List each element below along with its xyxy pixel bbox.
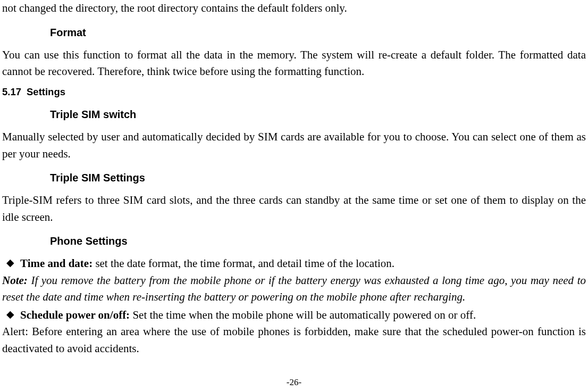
- heading-triple-sim-settings: Triple SIM Settings: [50, 170, 586, 186]
- diamond-bullet-icon: ◆: [2, 255, 20, 272]
- page-number: -26-: [0, 376, 588, 389]
- heading-format: Format: [50, 24, 586, 40]
- bullet-schedule-power: ◆ Schedule power on/off: Set the time wh…: [2, 307, 586, 324]
- note-text: If you remove the battery from the mobil…: [2, 274, 586, 304]
- bullet-text-time-date: set the date format, the time format, an…: [93, 257, 394, 270]
- note-label: Note:: [2, 274, 28, 287]
- intro-fragment: not changed the directory, the root dire…: [2, 0, 586, 17]
- triple-switch-paragraph: Manually selected by user and automatica…: [2, 129, 586, 162]
- heading-triple-sim-switch: Triple SIM switch: [50, 106, 586, 122]
- section-title: Settings: [27, 86, 65, 97]
- bullet-label-schedule-power: Schedule power on/off:: [20, 309, 130, 321]
- triple-settings-paragraph: Triple-SIM refers to three SIM card slot…: [2, 192, 586, 226]
- bullet-text-schedule-power: Set the time when the mobile phone will …: [130, 309, 476, 321]
- diamond-bullet-icon: ◆: [2, 307, 20, 324]
- format-paragraph: You can use this function to format all …: [2, 47, 586, 80]
- bullet-label-time-date: Time and date:: [20, 257, 93, 270]
- heading-phone-settings: Phone Settings: [50, 233, 586, 249]
- alert-paragraph: Alert: Before entering an area where the…: [2, 323, 586, 357]
- section-heading-settings: 5.17Settings: [2, 85, 586, 99]
- note-paragraph: Note: If you remove the battery from the…: [2, 272, 586, 306]
- bullet-time-and-date: ◆ Time and date: set the date format, th…: [2, 255, 586, 272]
- section-number: 5.17: [2, 86, 21, 97]
